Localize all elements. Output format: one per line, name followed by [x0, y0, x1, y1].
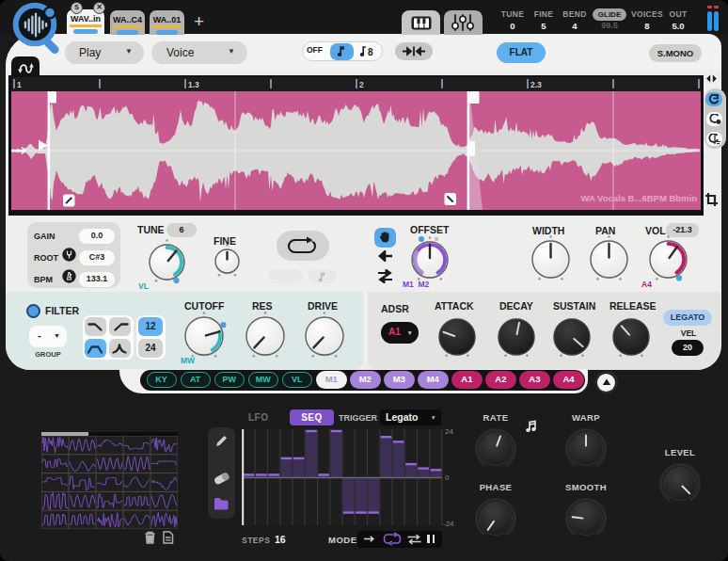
- svg-text:8: 8: [368, 47, 373, 57]
- svg-text:WA Vocals B...6BPM Bbmin: WA Vocals B...6BPM Bbmin: [580, 192, 697, 202]
